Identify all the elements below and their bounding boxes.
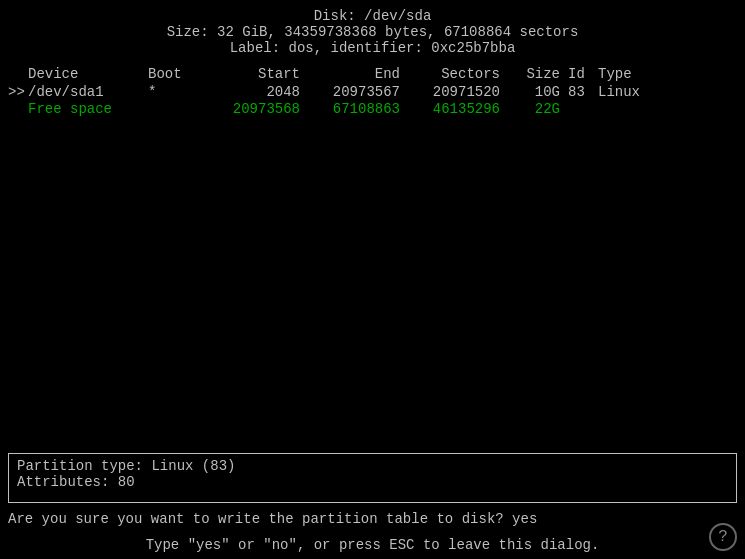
- col-header-type: Type: [598, 66, 678, 82]
- col-header-id: Id: [568, 66, 598, 82]
- col-header-device: Device: [28, 66, 148, 82]
- partition-type-label: Partition type: Linux (83): [17, 458, 728, 474]
- col-header-sectors: Sectors: [408, 66, 508, 82]
- cell-free-space-size: 22G: [508, 101, 568, 117]
- disk-label-line: Label: dos, identifier: 0xc25b7bba: [0, 40, 745, 56]
- table-header-row: Device Boot Start End Sectors Size Id Ty…: [8, 64, 737, 84]
- free-space-row[interactable]: Free space 20973568 67108863 46135296 22…: [28, 100, 737, 118]
- partition-table: Device Boot Start End Sectors Size Id Ty…: [0, 60, 745, 449]
- cell-free-space-start: 20973568: [208, 101, 308, 117]
- cell-id-sda1: 83: [568, 84, 598, 100]
- cell-free-space-boot: [148, 101, 208, 117]
- cell-free-space-end: 67108863: [308, 101, 408, 117]
- attributes-label: Attributes: 80: [17, 474, 728, 490]
- partition-row-sda1[interactable]: >> /dev/sda1 * 2048 20973567 20971520 10…: [8, 84, 737, 100]
- info-box: Partition type: Linux (83) Attributes: 8…: [8, 453, 737, 503]
- cell-free-space-sectors: 46135296: [408, 101, 508, 117]
- cell-start-sda1: 2048: [208, 84, 308, 100]
- col-header-boot: Boot: [148, 66, 208, 82]
- instruction-line: Type "yes" or "no", or press ESC to leav…: [0, 531, 745, 559]
- cell-size-sda1: 10G: [508, 84, 568, 100]
- col-header-end: End: [308, 66, 408, 82]
- disk-title: Disk: /dev/sda: [0, 8, 745, 24]
- help-icon[interactable]: ?: [709, 523, 737, 551]
- disk-size-line: Size: 32 GiB, 34359738368 bytes, 6710886…: [0, 24, 745, 40]
- cell-end-sda1: 20973567: [308, 84, 408, 100]
- cell-free-space-label: Free space: [28, 101, 148, 117]
- cell-sectors-sda1: 20971520: [408, 84, 508, 100]
- col-header-start: Start: [208, 66, 308, 82]
- cell-type-sda1: Linux: [598, 84, 678, 100]
- confirm-line: Are you sure you want to write the parti…: [0, 507, 745, 531]
- main-container: Disk: /dev/sda Size: 32 GiB, 34359738368…: [0, 0, 745, 559]
- disk-header: Disk: /dev/sda Size: 32 GiB, 34359738368…: [0, 0, 745, 60]
- cell-device-sda1: /dev/sda1: [28, 84, 148, 100]
- col-header-size: Size: [508, 66, 568, 82]
- cell-boot-sda1: *: [148, 84, 208, 100]
- row-indicator: >>: [8, 84, 28, 100]
